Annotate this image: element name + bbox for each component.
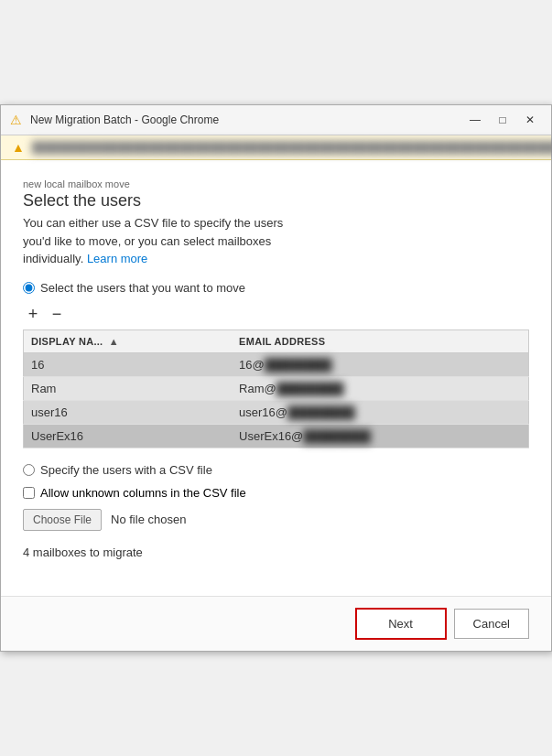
minimize-button[interactable]: — [463, 111, 487, 129]
cell-display-name: user16 [24, 400, 233, 424]
csv-section: Specify the users with a CSV file Allow … [23, 463, 529, 531]
description-text: You can either use a CSV file to specify… [23, 216, 283, 230]
add-user-button[interactable]: + [23, 304, 43, 324]
next-button[interactable]: Next [355, 608, 447, 640]
cell-display-name: 16 [24, 352, 233, 376]
select-users-radio[interactable] [23, 282, 35, 294]
table-row[interactable]: user16user16@████████ [24, 400, 529, 424]
cell-email: user16@████████ [232, 400, 528, 424]
cell-email: Ram@████████ [232, 376, 528, 400]
cell-display-name: UserEx16 [24, 424, 233, 448]
user-toolbar: + − [23, 304, 529, 324]
browser-window: ⚠ New Migration Batch - Google Chrome — … [0, 104, 552, 652]
main-content: new local mailbox move Select the users … [1, 160, 551, 596]
sort-icon: ▲ [109, 336, 119, 347]
footer: Next Cancel [1, 596, 551, 651]
unknown-columns-label: Allow unknown columns in the CSV file [40, 486, 246, 500]
cancel-button[interactable]: Cancel [454, 609, 529, 639]
table-body: 1616@████████RamRam@████████user16user16… [24, 352, 529, 448]
users-table: DISPLAY NA... ▲ EMAIL ADDRESS 1616@█████… [23, 329, 529, 448]
warning-icon: ▲ [12, 140, 25, 155]
title-bar-left: ⚠ New Migration Batch - Google Chrome [10, 113, 219, 127]
no-file-text: No file chosen [111, 513, 186, 526]
unknown-columns-checkbox[interactable] [23, 487, 35, 499]
page-title: Select the users [23, 191, 529, 211]
table-row[interactable]: RamRam@████████ [24, 376, 529, 400]
csv-label: Specify the users with a CSV file [40, 463, 212, 477]
unknown-columns-row[interactable]: Allow unknown columns in the CSV file [23, 486, 529, 500]
cell-display-name: Ram [24, 376, 233, 400]
select-users-option[interactable]: Select the users that you want to move [23, 281, 529, 295]
page-subtitle: new local mailbox move [23, 178, 529, 189]
mailbox-count: 4 mailboxes to migrate [23, 545, 529, 559]
title-bar-controls: — □ ✕ [463, 111, 542, 129]
learn-more-link[interactable]: Learn more [87, 252, 147, 265]
window-icon: ⚠ [10, 113, 25, 127]
warning-text: ████████████████████████████████████████… [32, 141, 552, 154]
warning-bar: ▲ ██████████████████████████████████████… [1, 135, 551, 160]
table-row[interactable]: UserEx16UserEx16@████████ [24, 424, 529, 448]
col-email-header: EMAIL ADDRESS [232, 329, 528, 352]
csv-option[interactable]: Specify the users with a CSV file [23, 463, 529, 477]
col-display-name-header: DISPLAY NA... ▲ [24, 329, 233, 352]
cell-email: UserEx16@████████ [232, 424, 528, 448]
remove-user-button[interactable]: − [47, 304, 67, 324]
table-row[interactable]: 1616@████████ [24, 352, 529, 376]
table-header-row: DISPLAY NA... ▲ EMAIL ADDRESS [24, 329, 529, 352]
close-button[interactable]: ✕ [518, 111, 542, 129]
description: You can either use a CSV file to specify… [23, 214, 529, 268]
cell-email: 16@████████ [232, 352, 528, 376]
description-text3: individually. [23, 252, 83, 265]
choose-file-button[interactable]: Choose File [23, 509, 102, 531]
maximize-button[interactable]: □ [491, 111, 514, 129]
window-title: New Migration Batch - Google Chrome [30, 113, 219, 126]
csv-radio[interactable] [23, 464, 35, 476]
select-users-label: Select the users that you want to move [40, 281, 245, 295]
file-row: Choose File No file chosen [23, 509, 529, 531]
description-text2: you'd like to move, or you can select ma… [23, 234, 271, 248]
title-bar: ⚠ New Migration Batch - Google Chrome — … [1, 105, 551, 135]
